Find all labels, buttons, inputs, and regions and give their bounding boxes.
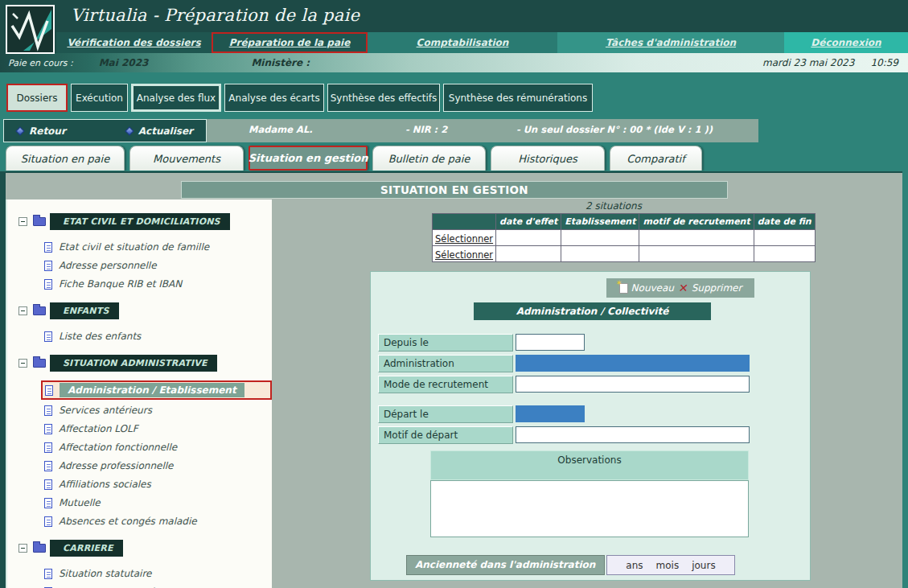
unit-mois: mois xyxy=(656,560,680,571)
collapse-icon[interactable] xyxy=(18,359,27,368)
ministere-label: Ministère : xyxy=(251,57,310,68)
person-info-bar: Madame AL. - NIR : 2 - Un seul dossier N… xyxy=(207,119,758,142)
unit-ans: ans xyxy=(626,560,643,571)
tab-analyse-des-ecarts[interactable]: Analyse des écarts xyxy=(224,84,324,112)
document-icon xyxy=(44,242,52,253)
document-icon xyxy=(44,516,52,527)
document-icon xyxy=(44,461,52,471)
document-icon xyxy=(45,385,53,396)
sidebar-item-adresse-professionnelle[interactable]: Adresse professionnelle xyxy=(44,458,272,474)
new-page-icon xyxy=(619,283,628,294)
mode-de-recrutement-field[interactable] xyxy=(516,376,750,393)
actualiser-button[interactable]: Actualiser xyxy=(126,125,193,137)
nav-taches-administration[interactable]: Tâches d'administration xyxy=(557,32,784,53)
section-label[interactable]: CARRIERE xyxy=(50,540,123,557)
retour-button[interactable]: Retour xyxy=(17,125,66,137)
sidebar-item-affiliations-sociales[interactable]: Affiliations sociales xyxy=(44,476,272,492)
table-cell xyxy=(639,230,754,246)
sidebar-item-affectation-lolf[interactable]: Affectation LOLF xyxy=(44,421,272,437)
sidebar-item-position-modalite[interactable]: Position et modalité de service xyxy=(44,584,272,588)
person-nir: - NIR : 2 xyxy=(405,124,447,135)
nav-comptabilisation[interactable]: Comptabilisation xyxy=(368,32,557,53)
document-icon xyxy=(44,424,52,434)
table-cell xyxy=(639,246,754,262)
tree-section-etat-civil: ETAT CIVIL ET DOMICILIATIONS xyxy=(18,213,272,230)
form-button-bar: Nouveau ✕ Supprimer xyxy=(606,278,754,298)
table-cell xyxy=(561,246,639,262)
sidebar-item-administration-etablissement[interactable]: Administration / Etablissement xyxy=(41,380,272,400)
nouveau-button[interactable]: Nouveau xyxy=(619,282,674,294)
tab-mouvements[interactable]: Mouvements xyxy=(129,146,244,171)
tab-synthese-des-remunerations[interactable]: Synthèse des rémunérations xyxy=(443,84,593,112)
observations-label: Observations xyxy=(430,450,749,480)
situations-table: date d'effet Etablissement motif de recr… xyxy=(432,213,816,262)
tab-analyse-des-flux[interactable]: Analyse des flux xyxy=(131,84,221,112)
document-icon xyxy=(44,569,52,579)
selectionner-link[interactable]: Sélectionner xyxy=(435,249,493,261)
selectionner-link[interactable]: Sélectionner xyxy=(435,233,493,245)
tab-bulletin-de-paie[interactable]: Bulletin de paie xyxy=(372,146,486,171)
virtualia-logo-icon xyxy=(6,5,55,54)
document-icon xyxy=(44,498,52,508)
sidebar-item-services-anterieurs[interactable]: Services antérieurs xyxy=(44,402,272,418)
section-label[interactable]: SITUATION ADMINISTRATIVE xyxy=(50,355,217,372)
sidebar-item-adresse-personnelle[interactable]: Adresse personnelle xyxy=(44,257,272,273)
diamond-icon xyxy=(15,126,24,135)
column-header-motif: motif de recrutement xyxy=(639,214,754,230)
depuis-le-label: Depuis le xyxy=(378,334,513,352)
supprimer-button[interactable]: ✕ Supprimer xyxy=(679,282,742,294)
page-title: Virtualia - Préparation de la paie xyxy=(71,6,360,25)
document-icon xyxy=(44,279,52,290)
tab-dossiers[interactable]: Dossiers xyxy=(6,84,68,112)
motif-de-depart-field[interactable] xyxy=(516,426,750,443)
current-time: 10:59 xyxy=(870,57,898,68)
supprimer-label: Supprimer xyxy=(692,282,742,294)
column-header-date-fin: date de fin xyxy=(754,214,815,230)
person-dossier: - Un seul dossier N° : 00 * (Ide V : 1 )… xyxy=(516,124,713,135)
tab-historiques[interactable]: Historiques xyxy=(491,146,605,171)
sidebar-item-liste-des-enfants[interactable]: Liste des enfants xyxy=(44,328,272,344)
sidebar-item-etat-civil[interactable]: Etat civil et situation de famille xyxy=(44,239,272,255)
table-row: Sélectionner xyxy=(433,230,816,246)
section-label[interactable]: ENFANTS xyxy=(50,302,119,319)
tab-synthese-des-effectifs[interactable]: Synthèse des effectifs xyxy=(327,84,440,112)
nav-preparation-de-la-paie[interactable]: Préparation de la paie xyxy=(212,32,368,53)
collapse-icon[interactable] xyxy=(18,217,27,226)
sidebar-item-situation-statutaire[interactable]: Situation statutaire xyxy=(44,565,272,582)
nav-verification-des-dossiers[interactable]: Vérification des dossiers xyxy=(56,32,212,53)
column-header-date-effet: date d'effet xyxy=(496,214,561,230)
administration-field[interactable] xyxy=(516,355,750,372)
depuis-le-field[interactable] xyxy=(516,334,585,351)
sidebar-item-affectation-fonctionnelle[interactable]: Affectation fonctionnelle xyxy=(44,439,272,455)
depart-le-field[interactable] xyxy=(516,405,585,422)
sidebar-item-fiche-banque[interactable]: Fiche Banque RIB et IBAN xyxy=(44,276,272,292)
table-cell xyxy=(754,246,815,262)
form-section-header: Administration / Collectivité xyxy=(474,302,711,320)
folder-icon xyxy=(33,544,46,553)
tab-execution[interactable]: Exécution xyxy=(71,84,128,112)
sidebar-item-absences-conges[interactable]: Absences et congés maladie xyxy=(44,513,272,529)
tab-situation-en-paie[interactable]: Situation en paie xyxy=(6,146,125,171)
paie-en-cours-value: Mai 2023 xyxy=(99,57,149,68)
document-icon xyxy=(44,442,52,453)
retour-label: Retour xyxy=(29,125,66,137)
administration-label: Administration xyxy=(378,355,513,372)
column-header xyxy=(433,214,496,230)
status-bar: Paie en cours : Mai 2023 Ministère : mar… xyxy=(0,53,908,72)
section-label[interactable]: ETAT CIVIL ET DOMICILIATIONS xyxy=(50,213,230,230)
folder-icon xyxy=(33,217,46,226)
collapse-icon[interactable] xyxy=(18,306,27,315)
tab-comparatif[interactable]: Comparatif xyxy=(610,146,702,171)
depart-le-label: Départ le xyxy=(378,405,513,423)
observations-field[interactable] xyxy=(430,480,749,537)
nav-deconnexion[interactable]: Déconnexion xyxy=(784,32,908,53)
collapse-icon[interactable] xyxy=(18,544,27,553)
unit-jours: jours xyxy=(692,560,715,571)
table-cell xyxy=(496,246,561,262)
sidebar-tree: ETAT CIVIL ET DOMICILIATIONS Etat civil … xyxy=(6,199,272,588)
anciennete-units: ans mois jours xyxy=(606,555,735,575)
document-icon xyxy=(44,479,52,490)
tab-situation-en-gestion[interactable]: Situation en gestion xyxy=(249,146,368,171)
sidebar-item-mutuelle[interactable]: Mutuelle xyxy=(44,495,272,511)
anciennete-label: Ancienneté dans l'administration xyxy=(406,555,605,575)
